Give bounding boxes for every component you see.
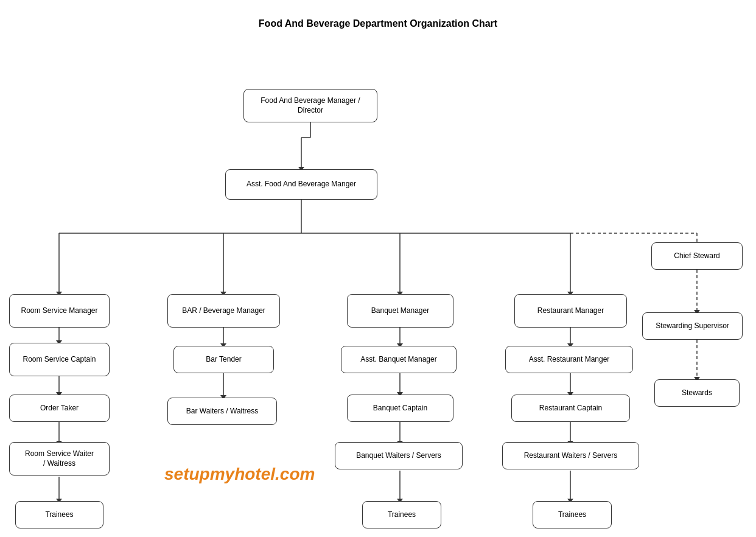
node-top: Food And Beverage Manager / Director [243,89,377,122]
node-restaurant-trainees: Trainees [533,501,612,528]
node-restaurant-waiters: Restaurant Waiters / Servers [502,442,639,469]
node-banquet-waiters: Banquet Waiters / Servers [335,442,463,469]
node-bar-manager: BAR / Beverage Manager [167,294,280,328]
org-chart: Food And Beverage Manager / Director Ass… [0,41,756,537]
node-bar-waiters: Bar Waiters / Waitress [167,398,277,425]
node-bar-tender: Bar Tender [173,346,274,373]
node-rs-trainees: Trainees [15,501,103,528]
node-rs-captain: Room Service Captain [9,343,110,376]
node-asst-banquet: Asst. Banquet Manager [341,346,457,373]
node-restaurant-manager: Restaurant Manager [514,294,627,328]
node-rs-manager: Room Service Manager [9,294,110,328]
node-chief-steward: Chief Steward [651,242,743,270]
chart-title: Food And Beverage Department Organizatio… [0,0,756,41]
node-asst-fb: Asst. Food And Beverage Manger [225,169,377,200]
node-banquet-captain: Banquet Captain [347,395,453,422]
node-stewards: Stewards [654,379,740,407]
node-order-taker: Order Taker [9,395,110,422]
node-restaurant-captain: Restaurant Captain [511,395,630,422]
node-rs-waiter: Room Service Waiter/ Waitress [9,442,110,476]
node-banquet-trainees: Trainees [362,501,441,528]
watermark: setupmyhotel.com [164,465,315,484]
node-banquet-manager: Banquet Manager [347,294,453,328]
node-stewarding-sup: Stewarding Supervisor [642,312,743,340]
node-asst-restaurant: Asst. Restaurant Manger [505,346,633,373]
